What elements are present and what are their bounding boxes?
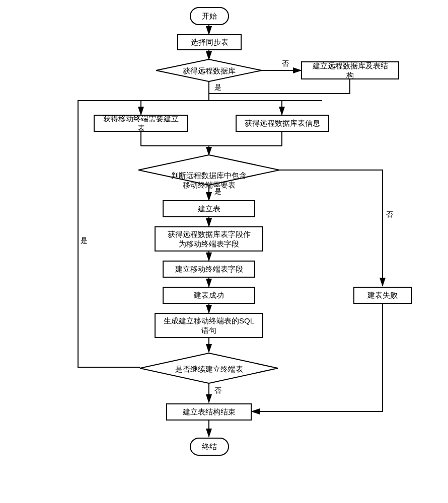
get-remote-db-no-label: 否 <box>281 59 290 68</box>
create-terminal-fields-label: 建立移动终端表字段 <box>175 264 243 274</box>
start-label: 开始 <box>202 11 217 21</box>
end-terminator: 终结 <box>190 438 229 456</box>
create-remote-db-process: 建立远程数据库及表结构 <box>301 61 399 79</box>
continue-create-label: 是否继续建立终端表 <box>140 364 278 374</box>
continue-create-no-label: 否 <box>213 386 222 395</box>
start-terminator: 开始 <box>190 7 229 25</box>
create-table-process: 建立表 <box>163 200 255 217</box>
create-table-success-process: 建表成功 <box>163 287 255 304</box>
get-terminal-need-tables-process: 获得移动终端需要建立表 <box>94 115 188 132</box>
get-remote-table-info-process: 获得远程数据库表信息 <box>236 115 329 132</box>
get-remote-fields-label: 获得远程数据库表字段作 为移动终端表字段 <box>168 229 251 249</box>
select-sync-table-label: 选择同步表 <box>191 37 229 47</box>
get-remote-table-info-label: 获得远程数据库表信息 <box>245 118 320 128</box>
get-terminal-need-tables-label: 获得移动终端需要建立表 <box>102 114 180 133</box>
struct-done-process: 建立表结构结束 <box>166 403 252 421</box>
judge-contains-no-label: 否 <box>385 210 394 219</box>
gen-sql-process: 生成建立移动终端表的SQL 语句 <box>155 313 263 338</box>
create-terminal-fields-process: 建立移动终端表字段 <box>163 261 255 278</box>
get-remote-db-yes-label: 是 <box>213 83 222 92</box>
get-remote-fields-process: 获得远程数据库表字段作 为移动终端表字段 <box>155 226 263 252</box>
continue-create-yes-label: 是 <box>80 236 89 245</box>
judge-contains-yes-label: 是 <box>213 187 222 196</box>
judge-contains-label: 判断远程数据库中包含 移动终端需要表 <box>138 160 279 190</box>
struct-done-label: 建立表结构结束 <box>183 407 236 417</box>
create-table-fail-label: 建表失败 <box>367 290 398 300</box>
select-sync-table-process: 选择同步表 <box>177 34 242 50</box>
create-remote-db-label: 建立远程数据库及表结构 <box>309 61 391 80</box>
gen-sql-label: 生成建立移动终端表的SQL 语句 <box>164 316 254 336</box>
create-table-label: 建立表 <box>198 204 220 214</box>
create-table-success-label: 建表成功 <box>194 290 224 300</box>
create-table-fail-process: 建表失败 <box>353 287 412 304</box>
end-label: 终结 <box>202 442 217 452</box>
get-remote-db-label: 获得远程数据库 <box>156 66 262 76</box>
